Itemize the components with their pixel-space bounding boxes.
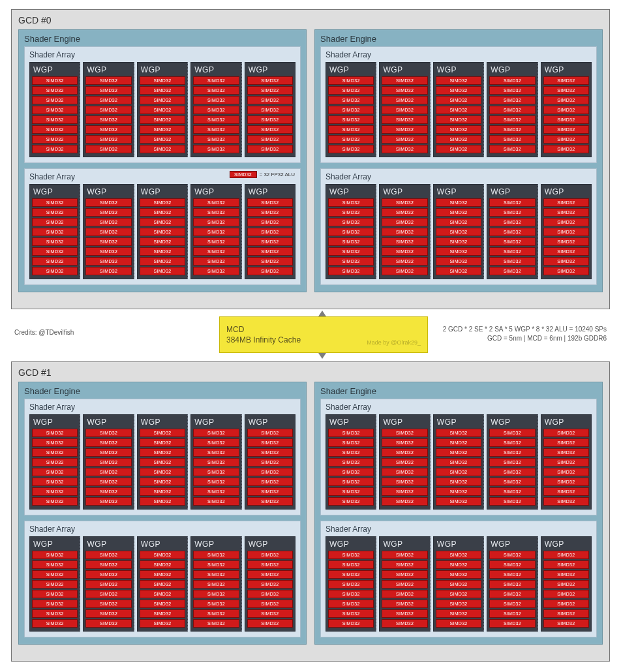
simd-unit: SIMD32 (247, 580, 293, 588)
wgp-label: WGP (194, 418, 239, 427)
simd-unit: SIMD32 (382, 208, 427, 217)
simd-label: SIMD32 (449, 562, 467, 567)
simd-label: SIMD32 (342, 117, 360, 122)
simd-label: SIMD32 (396, 108, 414, 112)
simd-unit: SIMD32 (193, 145, 239, 153)
simd-label: SIMD32 (342, 489, 360, 494)
wgp-block: WGPSIMD32SIMD32SIMD32SIMD32SIMD32SIMD32S… (433, 184, 484, 279)
simd-label: SIMD32 (100, 572, 117, 577)
simd-label: SIMD32 (153, 602, 171, 606)
simd-unit: SIMD32 (85, 570, 131, 579)
simd-unit: SIMD32 (543, 228, 589, 236)
simd-unit: SIMD32 (382, 106, 427, 114)
simd-unit: SIMD32 (436, 237, 481, 246)
shader-array: Shader ArrayWGPSIMD32SIMD32SIMD32SIMD32S… (320, 46, 597, 163)
simd-label: SIMD32 (207, 553, 225, 557)
simd-unit: SIMD32 (543, 478, 589, 486)
simd-unit: SIMD32 (32, 125, 78, 134)
simd-label: SIMD32 (504, 249, 521, 254)
simd-label: SIMD32 (449, 259, 467, 264)
simd-unit: SIMD32 (140, 590, 185, 598)
simd-unit: SIMD32 (140, 208, 185, 217)
simd-label: SIMD32 (557, 117, 575, 122)
wgp-block: WGPSIMD32SIMD32SIMD32SIMD32SIMD32SIMD32S… (433, 62, 484, 157)
wgp-label: WGP (437, 187, 481, 196)
simd-unit: SIMD32 (382, 609, 427, 618)
simd-label: SIMD32 (100, 592, 117, 596)
simd-unit: SIMD32 (193, 497, 239, 506)
simd-unit: SIMD32 (436, 609, 481, 618)
simd-label: SIMD32 (342, 108, 360, 112)
mcd-title: MCD (226, 324, 301, 335)
shader-array-label: Shader Array (326, 403, 592, 412)
simd-label: SIMD32 (396, 269, 414, 273)
simd-legend: SIMD32= 32 FP32 ALU (230, 171, 295, 178)
simd-unit: SIMD32 (328, 429, 374, 437)
wgp-label: WGP (33, 540, 78, 549)
simd-unit: SIMD32 (489, 468, 535, 476)
simd-label: SIMD32 (46, 440, 64, 445)
simd-label: SIMD32 (342, 78, 360, 83)
simd-label: SIMD32 (342, 220, 360, 224)
simd-label: SIMD32 (557, 269, 575, 273)
simd-unit: SIMD32 (32, 96, 78, 104)
simd-label: SIMD32 (207, 200, 225, 205)
simd-label: SIMD32 (261, 210, 279, 215)
simd-label: SIMD32 (557, 489, 575, 494)
simd-unit: SIMD32 (85, 237, 131, 246)
simd-unit: SIMD32 (140, 570, 185, 579)
legend-text: = 32 FP32 ALU (260, 172, 295, 177)
simd-unit: SIMD32 (140, 497, 185, 506)
simd-unit: SIMD32 (85, 218, 131, 226)
simd-unit: SIMD32 (193, 551, 239, 559)
simd-label: SIMD32 (100, 602, 117, 606)
simd-unit: SIMD32 (543, 570, 589, 579)
simd-label: SIMD32 (504, 499, 521, 504)
simd-unit: SIMD32 (85, 551, 131, 559)
simd-unit: SIMD32 (328, 560, 374, 569)
simd-label: SIMD32 (207, 239, 225, 244)
simd-label: SIMD32 (46, 78, 64, 83)
simd-label: SIMD32 (396, 450, 414, 455)
simd-label: SIMD32 (207, 582, 225, 587)
simd-unit: SIMD32 (489, 208, 535, 217)
simd-label: SIMD32 (207, 621, 225, 626)
wgp-block: WGPSIMD32SIMD32SIMD32SIMD32SIMD32SIMD32S… (29, 414, 80, 510)
simd-label: SIMD32 (46, 602, 64, 606)
wgp-block: WGPSIMD32SIMD32SIMD32SIMD32SIMD32SIMD32S… (137, 536, 188, 632)
simd-unit: SIMD32 (436, 198, 481, 207)
simd-label: SIMD32 (100, 562, 117, 567)
simd-unit: SIMD32 (489, 96, 535, 104)
simd-unit: SIMD32 (140, 551, 185, 559)
simd-label: SIMD32 (449, 470, 467, 474)
simd-unit: SIMD32 (85, 208, 131, 217)
simd-unit: SIMD32 (436, 218, 481, 226)
simd-label: SIMD32 (396, 470, 414, 474)
simd-label: SIMD32 (261, 499, 279, 504)
simd-unit: SIMD32 (247, 106, 293, 114)
simd-unit: SIMD32 (193, 135, 239, 144)
simd-unit: SIMD32 (328, 267, 374, 275)
simd-label: SIMD32 (207, 489, 225, 494)
simd-unit: SIMD32 (140, 135, 185, 144)
simd-unit: SIMD32 (140, 600, 185, 608)
wgp-label: WGP (249, 418, 293, 427)
simd-unit: SIMD32 (32, 145, 78, 153)
simd-unit: SIMD32 (436, 247, 481, 256)
simd-label: SIMD32 (153, 592, 171, 596)
gcd-block-0: GCD #0Shader EngineShader ArrayWGPSIMD32… (11, 9, 610, 309)
simd-unit: SIMD32 (436, 228, 481, 236)
simd-label: SIMD32 (449, 220, 467, 224)
simd-label: SIMD32 (449, 602, 467, 606)
simd-label: SIMD32 (100, 553, 117, 557)
simd-label: SIMD32 (342, 431, 360, 435)
simd-unit: SIMD32 (436, 208, 481, 217)
simd-label: SIMD32 (342, 553, 360, 557)
simd-label: SIMD32 (504, 210, 521, 215)
simd-label: SIMD32 (153, 480, 171, 484)
simd-unit: SIMD32 (543, 115, 589, 124)
simd-unit: SIMD32 (489, 267, 535, 275)
simd-unit: SIMD32 (436, 560, 481, 569)
wgp-label: WGP (33, 65, 78, 74)
simd-unit: SIMD32 (85, 458, 131, 466)
